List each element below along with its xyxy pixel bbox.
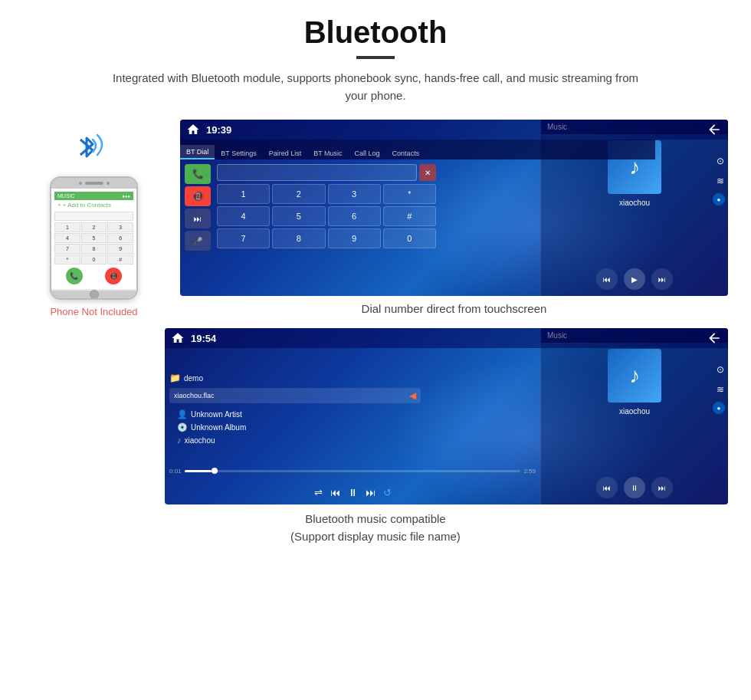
- file-name: xiaochou.flac: [174, 392, 215, 399]
- phone-key-star[interactable]: *: [54, 255, 80, 265]
- home-icon-2: [171, 331, 185, 345]
- dial-input-field[interactable]: [217, 164, 417, 181]
- phone-key-4[interactable]: 4: [54, 233, 80, 243]
- car-screen-2: 19:54 📁 demo xiaochou.flac ◀: [165, 328, 728, 504]
- dial-key-4[interactable]: 4: [217, 206, 270, 226]
- track-name-2: xiaochou: [541, 407, 728, 416]
- track-name-1: xiaochou: [541, 199, 728, 207]
- person-icon: 👤: [177, 409, 188, 419]
- phone-top-bar: [51, 178, 136, 189]
- side-icons-1: ⊙ ≋ ●: [711, 150, 728, 209]
- phone-bottom-bar: [51, 291, 136, 298]
- phone-mockup: MUSIC ●●● + + Add to Contacts 1 2 3 4: [50, 176, 138, 300]
- dial-key-8[interactable]: 8: [272, 228, 325, 248]
- track-artist-row: 👤 Unknown Artist: [177, 409, 421, 419]
- status-bar-1: 19:39: [180, 120, 728, 140]
- artist-name: Unknown Artist: [191, 410, 242, 419]
- music-note-icon-2: ♪: [629, 363, 640, 388]
- tab-bt-settings[interactable]: BT Settings: [215, 146, 262, 159]
- content-row-1: MUSIC ●●● + + Add to Contacts 1 2 3 4: [23, 120, 728, 317]
- back-icon-2[interactable]: [707, 330, 722, 346]
- phone-wrapper: MUSIC ●●● + + Add to Contacts 1 2 3 4: [50, 127, 138, 300]
- phone-key-5[interactable]: 5: [81, 233, 107, 243]
- side-icon-clock[interactable]: ⊙: [713, 153, 728, 169]
- time-display-2: 19:54: [191, 333, 216, 344]
- phone-key-0[interactable]: 0: [81, 255, 107, 265]
- folder-icon: 📁: [169, 373, 181, 383]
- phone-key-1[interactable]: 1: [54, 222, 80, 232]
- phone-section: MUSIC ●●● + + Add to Contacts 1 2 3 4: [23, 120, 165, 317]
- phone-key-9[interactable]: 9: [107, 244, 133, 254]
- phone-speaker: [85, 182, 103, 185]
- page-title: Bluetooth: [23, 15, 728, 50]
- phone-key-3[interactable]: 3: [107, 222, 133, 232]
- home-icon-1: [186, 123, 200, 136]
- tab-call-log[interactable]: Call Log: [349, 146, 386, 159]
- dial-key-star[interactable]: *: [383, 184, 436, 204]
- phone-screen: MUSIC ●●● + + Add to Contacts 1 2 3 4: [51, 189, 136, 289]
- dial-key-6[interactable]: 6: [328, 206, 381, 226]
- dial-key-hash[interactable]: #: [383, 206, 436, 226]
- tab-bt-music[interactable]: BT Music: [307, 146, 348, 159]
- phone-call-btn[interactable]: 📞: [66, 268, 83, 284]
- phone-screen-header: MUSIC ●●●: [54, 192, 133, 200]
- track-info-section: 👤 Unknown Artist 💿 Unknown Album ♪ xiaoc…: [169, 409, 421, 445]
- phone-key-7[interactable]: 7: [54, 244, 80, 254]
- next-btn-1[interactable]: ⏭: [651, 268, 673, 290]
- screen1-section: 19:39 BT Dial BT Settings Paired List BT…: [180, 120, 728, 315]
- screen2-caption-line2: (Support display music file name): [290, 530, 461, 543]
- phone-home-btn: [90, 290, 99, 299]
- screen2-wrapper: 19:54 📁 demo xiaochou.flac ◀: [23, 328, 728, 545]
- file-row[interactable]: xiaochou.flac ◀: [169, 388, 421, 403]
- call-button[interactable]: 📞: [185, 164, 211, 184]
- dial-key-9[interactable]: 9: [328, 228, 381, 248]
- prev-btn-2[interactable]: ⏮: [596, 477, 618, 498]
- phone-key-2[interactable]: 2: [81, 222, 107, 232]
- music-controls-1: ⏮ ▶ ⏭: [541, 262, 728, 296]
- backspace-button[interactable]: ✕: [419, 164, 436, 181]
- dial-key-2[interactable]: 2: [272, 184, 325, 204]
- phone-key-hash[interactable]: #: [107, 255, 133, 265]
- note-icon: ♪: [177, 435, 182, 445]
- play-btn-1[interactable]: ▶: [624, 268, 645, 290]
- music-controls-2: ⏮ ⏸ ⏭: [541, 471, 728, 504]
- next-btn-2[interactable]: ⏭: [651, 477, 673, 498]
- side-icon-vol-2[interactable]: ●: [713, 402, 725, 414]
- phone-sensor: [107, 182, 110, 185]
- end-call-button[interactable]: 📵: [185, 186, 211, 206]
- track-album-row: 💿 Unknown Album: [177, 422, 421, 432]
- dial-key-7[interactable]: 7: [217, 228, 270, 248]
- phone-key-6[interactable]: 6: [107, 233, 133, 243]
- title-divider: [356, 56, 395, 59]
- time-end: 2:59: [523, 468, 536, 475]
- nav-tabs-1: BT Dial BT Settings Paired List BT Music…: [180, 140, 655, 159]
- subtitle: Integrated with Bluetooth module, suppor…: [107, 70, 644, 104]
- side-icon-clock-2[interactable]: ⊙: [713, 362, 728, 377]
- side-icon-wifi[interactable]: ≋: [713, 173, 728, 189]
- dial-area: 📞 📵 ⏭ 🎤: [180, 159, 441, 296]
- phone-key-8[interactable]: 8: [81, 244, 107, 254]
- phone-dial-display: [54, 212, 133, 221]
- back-icon-1[interactable]: [707, 122, 722, 137]
- mic-button[interactable]: 🎤: [185, 231, 211, 251]
- tab-contacts[interactable]: Contacts: [386, 146, 426, 159]
- tab-paired-list[interactable]: Paired List: [263, 146, 308, 159]
- side-icon-wifi-2[interactable]: ≋: [713, 382, 728, 397]
- side-icon-vol[interactable]: ●: [713, 193, 725, 205]
- pause-play-btn-2[interactable]: ⏸: [624, 477, 645, 498]
- prev-btn-1[interactable]: ⏮: [596, 268, 618, 290]
- dial-key-0[interactable]: 0: [383, 228, 436, 248]
- dial-key-3[interactable]: 3: [328, 184, 381, 204]
- dial-key-5[interactable]: 5: [272, 206, 325, 226]
- arrow-right-icon: ◀: [409, 390, 416, 401]
- phone-end-btn[interactable]: 📵: [105, 268, 122, 284]
- phone-keypad: 1 2 3 4 5 6 7 8 9 * 0 #: [54, 222, 133, 265]
- side-icons-2: ⊙ ≋ ●: [711, 359, 728, 417]
- mute-button[interactable]: ⏭: [185, 209, 211, 228]
- dial-key-1[interactable]: 1: [217, 184, 270, 204]
- header-section: Bluetooth Integrated with Bluetooth modu…: [23, 15, 728, 104]
- tab-bt-dial[interactable]: BT Dial: [180, 145, 215, 159]
- screen2-caption: Bluetooth music compatible (Support disp…: [23, 511, 728, 545]
- disc-icon: 💿: [177, 422, 188, 432]
- phone-add-contact: + + Add to Contacts: [54, 200, 133, 210]
